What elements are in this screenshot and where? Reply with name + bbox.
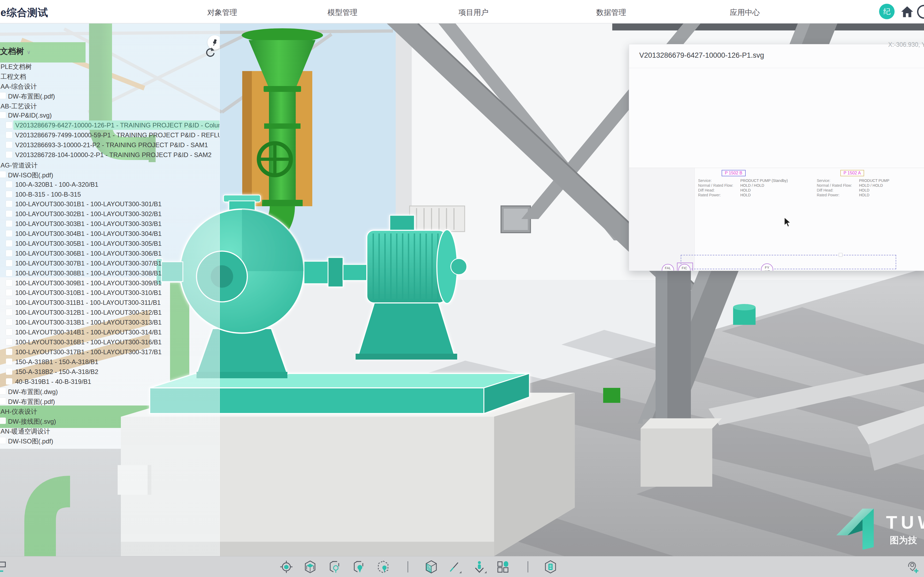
tree-item-checkbox[interactable] bbox=[0, 112, 6, 118]
tree-item-checkbox[interactable] bbox=[6, 260, 12, 266]
tree-item-checkbox[interactable] bbox=[6, 211, 12, 217]
tree-item-checkbox[interactable] bbox=[0, 417, 6, 424]
tree-item-checkbox[interactable] bbox=[6, 221, 12, 227]
tree-item-checkbox[interactable] bbox=[6, 309, 12, 316]
tuw-logo-icon bbox=[834, 504, 884, 552]
measure-icon[interactable] bbox=[447, 559, 462, 574]
tree-item[interactable]: 40-B-319B1 - 40-B-319/B1 bbox=[0, 377, 220, 387]
cube-zoom-in-icon[interactable] bbox=[351, 559, 366, 574]
cube-zoom-out-icon[interactable] bbox=[327, 559, 342, 574]
tree-item-checkbox[interactable] bbox=[6, 122, 12, 128]
tree-item[interactable]: PLE文档树 bbox=[0, 61, 220, 71]
tree-item[interactable]: DW-布置图(.pdf) bbox=[0, 91, 220, 101]
tree-item[interactable]: 100-LAYOUT300-303B1 - 100-LAYOUT300-303/… bbox=[0, 219, 220, 229]
tree-item[interactable]: 100-LAYOUT300-308B1 - 100-LAYOUT300-308/… bbox=[0, 268, 220, 278]
tree-item[interactable]: DW-接线图(.svg) bbox=[0, 416, 220, 426]
nav-item-project-users[interactable]: 项目用户 bbox=[459, 8, 488, 18]
tree-item[interactable]: AA-综合设计 bbox=[0, 81, 220, 91]
tree-item[interactable]: DW-ISO图(.pdf) bbox=[0, 169, 220, 179]
nav-item-model-mgmt[interactable]: 模型管理 bbox=[328, 8, 357, 18]
tree-item[interactable]: V2013286679-7499-10000-59-P1 - TRAINING … bbox=[0, 130, 220, 140]
tree-item-checkbox[interactable] bbox=[0, 437, 6, 444]
tree-item[interactable]: V2013286728-104-10000-2-P1 - TRAINING PR… bbox=[0, 150, 220, 160]
tree-item-checkbox[interactable] bbox=[6, 142, 12, 148]
chevron-down-icon: ∨ bbox=[27, 49, 31, 55]
tree-item-checkbox[interactable] bbox=[6, 339, 12, 345]
tree-item[interactable]: 100-LAYOUT300-307B1 - 100-LAYOUT300-307/… bbox=[0, 258, 220, 268]
iso-cube-icon[interactable] bbox=[303, 559, 318, 574]
tree-item[interactable]: AB-工艺设计 bbox=[0, 101, 220, 111]
tree-item[interactable]: AN-暖通空调设计 bbox=[0, 426, 220, 436]
walkthrough-icon[interactable] bbox=[472, 559, 487, 574]
instrument-bubble-fic[interactable]: FIC117 bbox=[678, 264, 691, 271]
nav-item-app-center[interactable]: 应用中心 bbox=[730, 8, 760, 18]
tree-item[interactable]: 100-B-315 - 100-B-315 bbox=[0, 189, 220, 199]
tree-item[interactable]: 100-LAYOUT300-304B1 - 100-LAYOUT300-304/… bbox=[0, 229, 220, 239]
tree-item-checkbox[interactable] bbox=[0, 398, 6, 404]
tree-item[interactable]: 150-A-318B1 - 150-A-318/B1 bbox=[0, 357, 220, 367]
tree-item[interactable]: 100-LAYOUT300-310B1 - 100-LAYOUT300-310/… bbox=[0, 288, 220, 298]
tree-item[interactable]: 100-LAYOUT300-302B1 - 100-LAYOUT300-302/… bbox=[0, 209, 220, 219]
tree-item[interactable]: DW-P&ID(.svg) bbox=[0, 110, 220, 120]
tree-item-checkbox[interactable] bbox=[6, 132, 12, 138]
tree-item-checkbox[interactable] bbox=[6, 378, 12, 385]
tree-item-checkbox[interactable] bbox=[6, 280, 12, 286]
tree-item-checkbox[interactable] bbox=[6, 319, 12, 326]
tree-item-checkbox[interactable] bbox=[0, 171, 6, 177]
equipment-tag[interactable]: P 1502 A bbox=[840, 170, 864, 176]
tree-item[interactable]: 100-LAYOUT300-313B1 - 100-LAYOUT300-313/… bbox=[0, 318, 220, 327]
tree-item[interactable]: V2013286679-6427-10000-126-P1 - TRAINING… bbox=[0, 120, 220, 130]
tree-item-checkbox[interactable] bbox=[6, 299, 12, 306]
equipment-tag[interactable]: P 1502 B bbox=[722, 170, 746, 176]
tree-item[interactable]: AH-仪表设计 bbox=[0, 406, 220, 416]
pin-add-icon[interactable] bbox=[905, 559, 920, 574]
tree-item-checkbox[interactable] bbox=[6, 201, 12, 207]
tree-item[interactable]: AG-管道设计 bbox=[0, 160, 220, 169]
tree-item[interactable]: 100-LAYOUT300-317B1 - 100-LAYOUT300-317/… bbox=[0, 347, 220, 357]
pid-viewer-panel[interactable]: V2013286679-6427-10000-126-P1.svg P 1502… bbox=[629, 44, 924, 271]
tree-item[interactable]: 100-A-320B1 - 100-A-320/B1 bbox=[0, 179, 220, 189]
tree-item-checkbox[interactable] bbox=[6, 152, 12, 158]
tree-item[interactable]: 100-LAYOUT300-305B1 - 100-LAYOUT300-305/… bbox=[0, 239, 220, 248]
wireframe-cube-icon[interactable] bbox=[424, 559, 439, 574]
tree-item[interactable]: DW-ISO图(.pdf) bbox=[0, 436, 220, 446]
tree-item-checkbox[interactable] bbox=[6, 181, 12, 187]
tree-item-checkbox[interactable] bbox=[6, 368, 12, 375]
tree-item[interactable]: 100-LAYOUT300-314B1 - 100-LAYOUT300-314/… bbox=[0, 327, 220, 337]
tree-item-checkbox[interactable] bbox=[6, 289, 12, 296]
tree-item-checkbox[interactable] bbox=[0, 388, 6, 394]
tree-header[interactable]: 文档树∨ bbox=[0, 46, 31, 57]
tree-item[interactable]: DW-布置图(.pdf) bbox=[0, 396, 220, 406]
nav-item-data-mgmt[interactable]: 数据管理 bbox=[596, 8, 626, 18]
refresh-icon[interactable] bbox=[204, 46, 216, 58]
tree-item-checkbox[interactable] bbox=[0, 92, 6, 99]
tree-item[interactable]: 100-LAYOUT300-316B1 - 100-LAYOUT300-316/… bbox=[0, 337, 220, 347]
tree-item[interactable]: 工程文档 bbox=[0, 71, 220, 81]
tree-item[interactable]: 100-LAYOUT300-309B1 - 100-LAYOUT300-309/… bbox=[0, 278, 220, 288]
help-icon[interactable] bbox=[917, 5, 924, 19]
fit-view-icon[interactable] bbox=[279, 559, 294, 574]
selection-handle[interactable] bbox=[839, 253, 842, 257]
tree-item[interactable]: 150-A-318B2 - 150-A-318/B2 bbox=[0, 367, 220, 377]
tree-item[interactable]: 100-LAYOUT300-311B1 - 100-LAYOUT300-311/… bbox=[0, 298, 220, 308]
viewport-layout-icon[interactable] bbox=[496, 559, 510, 574]
tree-item[interactable]: 100-LAYOUT300-312B1 - 100-LAYOUT300-312/… bbox=[0, 308, 220, 318]
tree-item-checkbox[interactable] bbox=[6, 358, 12, 365]
tree-item-checkbox[interactable] bbox=[6, 250, 12, 256]
nav-item-object-mgmt[interactable]: 对象管理 bbox=[207, 8, 237, 18]
tree-item[interactable]: V2013286693-3-10000-21-P2 - TRAINING PRO… bbox=[0, 140, 220, 150]
model-list-icon[interactable] bbox=[543, 559, 558, 574]
home-icon[interactable] bbox=[900, 5, 914, 19]
tree-item[interactable]: 100-LAYOUT300-306B1 - 100-LAYOUT300-306/… bbox=[0, 248, 220, 258]
user-avatar[interactable]: 纪 bbox=[879, 4, 895, 19]
tree-item-checkbox[interactable] bbox=[6, 270, 12, 276]
ghost-cube-icon[interactable] bbox=[376, 559, 391, 574]
tree-item[interactable]: DW-布置图(.dwg) bbox=[0, 386, 220, 396]
tree-item-checkbox[interactable] bbox=[6, 191, 12, 197]
tree-item-checkbox[interactable] bbox=[6, 329, 12, 335]
flag-icon[interactable] bbox=[0, 559, 11, 574]
tree-item[interactable]: 100-LAYOUT300-301B1 - 100-LAYOUT300-301/… bbox=[0, 199, 220, 209]
tree-item-checkbox[interactable] bbox=[6, 240, 12, 247]
tree-item-checkbox[interactable] bbox=[6, 230, 12, 237]
tree-item-checkbox[interactable] bbox=[6, 348, 12, 355]
